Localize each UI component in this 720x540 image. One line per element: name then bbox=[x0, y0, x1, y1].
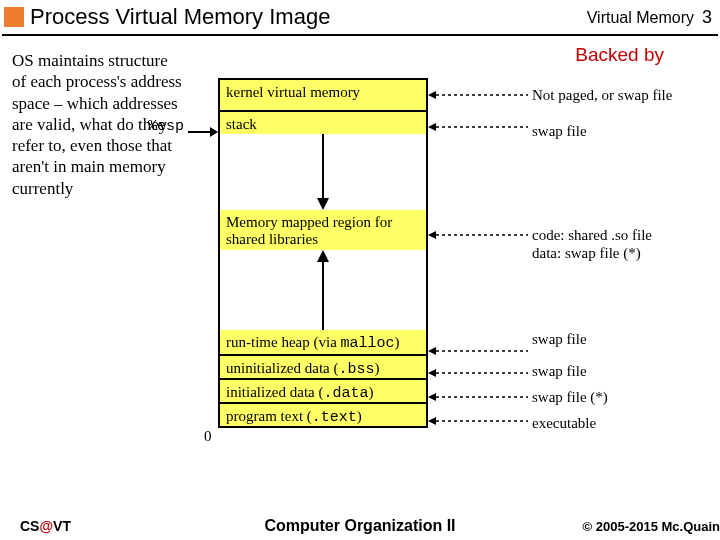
svg-marker-17 bbox=[428, 393, 436, 401]
svg-marker-11 bbox=[428, 231, 436, 239]
anno-text: executable bbox=[532, 414, 596, 432]
header-section-label: Virtual Memory bbox=[587, 9, 694, 27]
anno-mmap-line2: data: swap file (*) bbox=[532, 244, 652, 262]
segment-data-label-suffix: ) bbox=[368, 384, 373, 400]
svg-marker-3 bbox=[317, 198, 329, 210]
footer-copyright: © 2005-2015 Mc.Quain bbox=[583, 519, 720, 534]
svg-marker-13 bbox=[428, 347, 436, 355]
connector-heap bbox=[428, 345, 528, 357]
footer-affiliation: CS@VT bbox=[20, 518, 71, 534]
anno-stack: swap file bbox=[532, 122, 587, 140]
segment-data-code: .data bbox=[323, 385, 368, 402]
segment-heap-code: malloc bbox=[341, 335, 395, 352]
segment-data-label-prefix: initialized data ( bbox=[226, 384, 323, 400]
anno-data: swap file (*) bbox=[532, 388, 608, 406]
segment-bss-label-prefix: uninitialized data ( bbox=[226, 360, 338, 376]
page-number: 3 bbox=[702, 7, 712, 28]
slide-footer: CS@VT Computer Organization II © 2005-20… bbox=[0, 512, 720, 540]
zero-address-label: 0 bbox=[204, 428, 212, 445]
segment-heap-label-suffix: ) bbox=[395, 334, 400, 350]
connector-kernel bbox=[428, 89, 528, 101]
memory-layout-column: kernel virtual memory stack Memory mappe… bbox=[218, 78, 428, 428]
svg-marker-4 bbox=[317, 250, 329, 262]
segment-stack: stack bbox=[218, 110, 428, 136]
svg-marker-7 bbox=[428, 91, 436, 99]
arrow-up-icon bbox=[313, 250, 333, 330]
segment-bss: uninitialized data (.bss) bbox=[218, 354, 428, 380]
svg-marker-1 bbox=[210, 127, 218, 137]
footer-course-title: Computer Organization II bbox=[264, 517, 455, 535]
backed-by-heading: Backed by bbox=[575, 44, 664, 66]
footer-cs-prefix: CS bbox=[20, 518, 39, 534]
connector-data bbox=[428, 391, 528, 403]
segment-mmap-label-1: Memory mapped region for bbox=[226, 214, 420, 231]
segment-stack-label: stack bbox=[226, 116, 257, 132]
connector-mmap bbox=[428, 229, 528, 241]
segment-mmap-label-2: shared libraries bbox=[226, 231, 420, 248]
segment-bss-label-suffix: ) bbox=[374, 360, 379, 376]
segment-mmap: Memory mapped region for shared librarie… bbox=[218, 208, 428, 252]
svg-marker-9 bbox=[428, 123, 436, 131]
gap-stack-to-mmap bbox=[218, 134, 428, 210]
gap-mmap-to-heap bbox=[218, 250, 428, 330]
segment-text: program text (.text) bbox=[218, 402, 428, 428]
slide-header: Process Virtual Memory Image Virtual Mem… bbox=[0, 0, 720, 32]
footer-at-symbol: @ bbox=[39, 518, 53, 534]
segment-heap: run-time heap (via malloc) bbox=[218, 328, 428, 356]
segment-text-label-prefix: program text ( bbox=[226, 408, 312, 424]
anno-mmap: code: shared .so file data: swap file (*… bbox=[532, 226, 652, 262]
anno-mmap-line1: code: shared .so file bbox=[532, 226, 652, 244]
connector-text bbox=[428, 415, 528, 427]
segment-data: initialized data (.data) bbox=[218, 378, 428, 404]
slide-title: Process Virtual Memory Image bbox=[30, 4, 330, 30]
segment-bss-code: .bss bbox=[338, 361, 374, 378]
segment-text-label-suffix: ) bbox=[357, 408, 362, 424]
header-right: Virtual Memory 3 bbox=[587, 7, 712, 28]
connector-stack bbox=[428, 121, 528, 133]
segment-heap-label-prefix: run-time heap (via bbox=[226, 334, 341, 350]
footer-cs-suffix: VT bbox=[53, 518, 71, 534]
anno-bss: swap file bbox=[532, 362, 587, 380]
segment-kernel-label: kernel virtual memory bbox=[226, 84, 360, 100]
segment-text-code: .text bbox=[312, 409, 357, 426]
arrow-down-icon bbox=[313, 134, 333, 210]
svg-marker-15 bbox=[428, 369, 436, 377]
svg-marker-19 bbox=[428, 417, 436, 425]
header-accent-square bbox=[4, 7, 24, 27]
arrow-right-icon bbox=[188, 126, 218, 138]
esp-register-label: %esp bbox=[148, 118, 184, 135]
slide-content: OS maintains structure of each process's… bbox=[0, 36, 720, 506]
connector-bss bbox=[428, 367, 528, 379]
segment-kernel: kernel virtual memory bbox=[218, 78, 428, 112]
anno-kernel: Not paged, or swap file bbox=[532, 86, 672, 104]
anno-heap: swap file bbox=[532, 330, 587, 348]
